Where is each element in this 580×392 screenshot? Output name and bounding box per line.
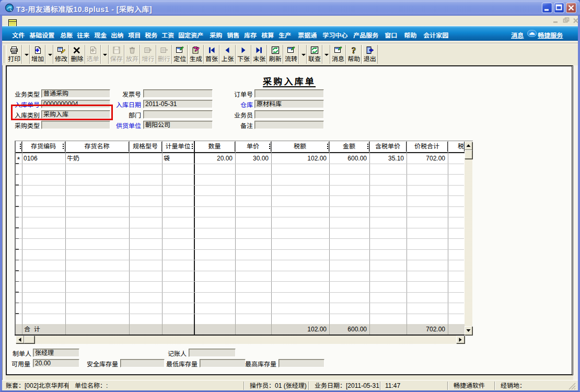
svg-text:?: ? [352,46,356,54]
